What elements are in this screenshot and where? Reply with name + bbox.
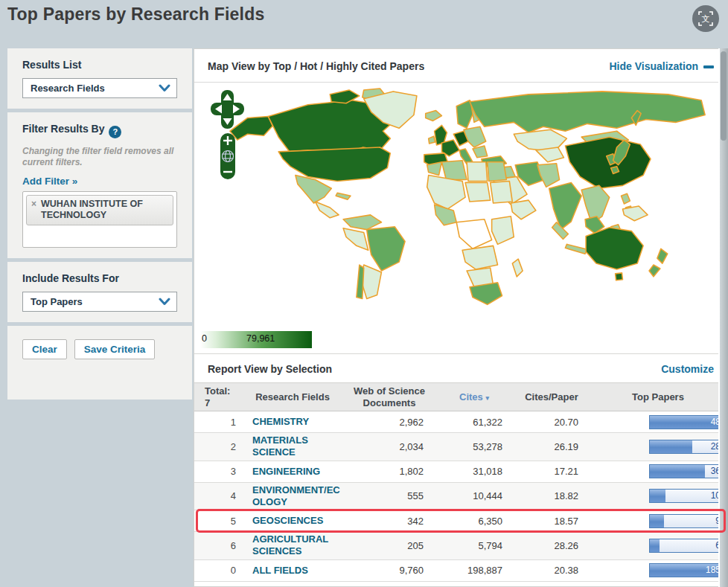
table-row: 6AGRICULTURAL SCIENCES2055,79428.266 xyxy=(194,532,727,560)
country-peru xyxy=(343,228,368,251)
top-papers-bar: 10 xyxy=(649,489,724,503)
map-controls[interactable] xyxy=(211,90,245,187)
clear-button[interactable]: Clear xyxy=(22,339,67,359)
total-value: 7 xyxy=(205,397,236,409)
rank-cell: 5 xyxy=(194,516,240,527)
central-america xyxy=(316,202,339,218)
hide-visualization[interactable]: Hide Visualization xyxy=(609,60,714,73)
include-results-dropdown[interactable]: Top Papers xyxy=(22,292,177,312)
documents-cell: 205 xyxy=(345,540,434,551)
country-morocco xyxy=(427,162,442,176)
help-icon[interactable]: ? xyxy=(109,126,121,138)
column-header-cites[interactable]: Cites ▾ xyxy=(434,391,514,403)
results-list-selected-value: Research Fields xyxy=(31,83,105,94)
table-row: 3ENGINEERING1,80231,01817.2136 xyxy=(194,461,727,483)
documents-cell: 1,802 xyxy=(345,466,434,477)
research-field-link[interactable]: MATERIALS SCIENCE xyxy=(252,434,345,459)
translate-icon[interactable]: 文 xyxy=(692,5,719,32)
include-results-section: Include Results For Top Papers xyxy=(7,262,192,322)
filter-box: × WUHAN INSTITUTE OF TECHNOLOGY xyxy=(22,191,177,248)
country-ireland xyxy=(429,136,435,144)
scrollbar-thumb[interactable] xyxy=(721,51,727,141)
research-field-link[interactable]: ENVIRONMENT/ECOLOGY xyxy=(252,484,345,509)
bar-fill xyxy=(650,490,665,502)
column-header-documents[interactable]: Web of Science Documents xyxy=(345,385,434,408)
field-cell: ENVIRONMENT/ECOLOGY xyxy=(240,484,345,509)
customize-link[interactable]: Customize xyxy=(661,363,714,375)
country-niger-chad xyxy=(465,182,491,202)
filter-heading: Filter Results By? xyxy=(22,123,177,138)
documents-cell: 2,034 xyxy=(345,441,434,452)
rank-cell: 4 xyxy=(194,490,240,501)
cites-cell: 31,018 xyxy=(434,466,514,477)
table-row: 4ENVIRONMENT/ECOLOGY55510,44418.8210 xyxy=(194,483,727,511)
country-libya xyxy=(467,162,488,182)
country-colombia-venezuela xyxy=(343,215,381,230)
top-papers-cell: 10 xyxy=(589,489,727,503)
include-results-heading: Include Results For xyxy=(22,272,177,284)
results-list-dropdown[interactable]: Research Fields xyxy=(22,78,177,98)
chevron-down-icon xyxy=(159,298,170,306)
remove-filter-icon[interactable]: × xyxy=(31,199,36,222)
table-row: 2MATERIALS SCIENCE2,03453,27826.1928 xyxy=(194,433,727,461)
cites-per-paper-cell: 17.21 xyxy=(514,466,589,477)
documents-cell: 555 xyxy=(345,490,434,501)
rank-cell: 2 xyxy=(194,441,240,452)
table-row: 1CHEMISTRY2,96261,32220.7048 xyxy=(194,411,727,433)
minus-icon xyxy=(703,65,714,68)
country-chile xyxy=(357,265,364,298)
column-header-top-papers[interactable]: Top Papers xyxy=(589,391,727,403)
sort-desc-icon: ▾ xyxy=(485,394,489,402)
top-papers-bar: 9 xyxy=(649,514,724,528)
horn-of-africa xyxy=(511,200,536,219)
column-header-research-fields[interactable]: Research Fields xyxy=(240,391,345,403)
scrollbar[interactable] xyxy=(718,48,728,587)
cites-per-paper-cell: 18.82 xyxy=(514,490,589,501)
results-table: Total: 7 Research Fields Web of Science … xyxy=(194,382,727,582)
cites-cell: 6,350 xyxy=(434,516,514,527)
cites-per-paper-cell: 26.19 xyxy=(514,441,589,452)
country-china xyxy=(565,137,651,188)
research-field-link[interactable]: GEOSCIENCES xyxy=(252,515,323,527)
add-filter-link[interactable]: Add Filter » xyxy=(22,176,77,187)
top-papers-cell: 185 xyxy=(589,563,727,577)
chevron-down-icon xyxy=(159,84,170,92)
island-java xyxy=(565,244,587,254)
world-map[interactable] xyxy=(194,83,727,330)
country-pakistan-afghanistan xyxy=(537,164,560,187)
country-brazil xyxy=(367,227,405,271)
bar-fill xyxy=(650,515,664,527)
country-iceland xyxy=(426,111,442,121)
research-field-link[interactable]: ALL FIELDS xyxy=(252,565,308,577)
country-cuba xyxy=(336,193,351,199)
report-view-title: Report View by Selection xyxy=(208,363,332,375)
rank-cell: 3 xyxy=(194,466,240,477)
top-papers-cell: 36 xyxy=(589,464,727,478)
country-balkans xyxy=(473,146,488,158)
hide-visualization-link[interactable]: Hide Visualization xyxy=(609,60,698,72)
research-field-link[interactable]: AGRICULTURAL SCIENCES xyxy=(252,533,345,558)
field-cell: GEOSCIENCES xyxy=(240,515,345,527)
cites-per-paper-cell: 28.26 xyxy=(514,540,589,551)
country-new-zealand-south xyxy=(649,265,660,277)
top-papers-cell: 9 xyxy=(589,514,727,528)
congo-basin xyxy=(456,219,491,249)
total-header: Total: 7 xyxy=(194,385,240,408)
top-papers-cell: 28 xyxy=(589,440,727,454)
rank-cell: 1 xyxy=(194,417,240,428)
page-header: Top Papers by Research Fields 文 xyxy=(0,0,728,48)
rank-cell: 6 xyxy=(194,540,240,551)
svg-text:文: 文 xyxy=(702,14,710,23)
column-header-cites-per-paper[interactable]: Cites/Paper xyxy=(514,391,589,403)
country-east-europe xyxy=(464,126,486,147)
research-field-link[interactable]: CHEMISTRY xyxy=(252,416,309,428)
table-header-row: Total: 7 Research Fields Web of Science … xyxy=(194,382,727,411)
filter-tag-label: WUHAN INSTITUTE OF TECHNOLOGY xyxy=(41,199,168,222)
sidebar: Results List Research Fields Filter Resu… xyxy=(7,48,192,403)
save-criteria-button[interactable]: Save Criteria xyxy=(74,339,156,359)
research-field-link[interactable]: ENGINEERING xyxy=(252,466,320,478)
table-body: 1CHEMISTRY2,96261,32220.70482MATERIALS S… xyxy=(194,411,727,582)
field-cell: ENGINEERING xyxy=(240,466,345,478)
choropleth-map[interactable] xyxy=(220,86,720,328)
country-madagascar xyxy=(512,259,523,277)
